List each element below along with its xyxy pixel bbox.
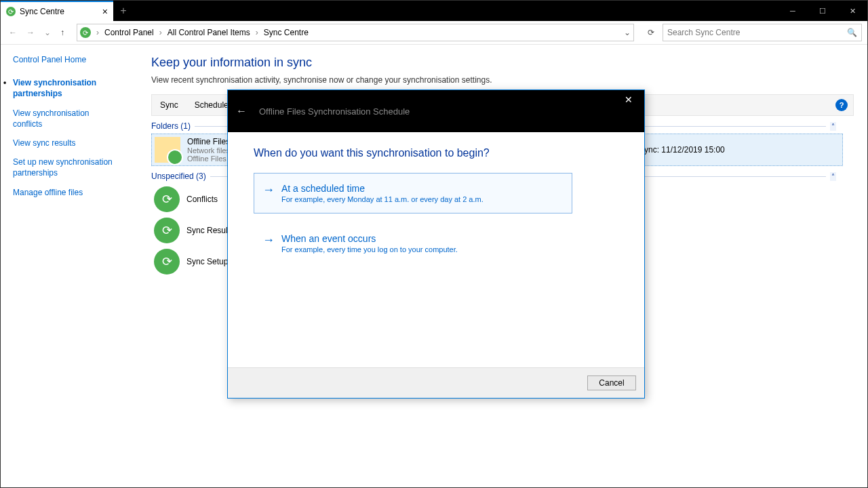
minimize-button[interactable]: ─	[778, 1, 808, 21]
arrow-right-icon: →	[262, 183, 275, 203]
tab-title: Sync Centre	[20, 7, 64, 16]
search-input[interactable]: Search Sync Centre 🔍	[663, 24, 862, 41]
sync-icon: ⟳	[6, 7, 16, 16]
sync-icon: ⟳	[154, 186, 180, 212]
option-scheduled-time[interactable]: → At a scheduled time For example, every…	[254, 173, 572, 214]
dialog-footer: Cancel	[228, 367, 644, 398]
titlebar: ⟳ Sync Centre × + ─ ☐ ✕	[1, 1, 867, 21]
collapse-icon[interactable]: ˄	[830, 122, 836, 131]
sidebar-item-partnerships[interactable]: View synchronisation partnerships	[13, 77, 119, 99]
back-button[interactable]: ←	[6, 26, 20, 39]
address-dropdown-icon[interactable]: ⌄	[624, 28, 631, 37]
schedule-dialog: ← Offline Files Synchronisation Schedule…	[227, 89, 645, 399]
sidebar-item-setup[interactable]: Set up new synchronisation partnerships	[13, 157, 119, 178]
sync-icon: ⟳	[154, 218, 180, 243]
dialog-titlebar: ← Offline Files Synchronisation Schedule…	[228, 90, 644, 132]
chevron-right-icon: ›	[253, 28, 261, 37]
address-bar[interactable]: ⟳ › Control Panel › All Control Panel It…	[77, 24, 634, 41]
up-button[interactable]: ↑	[58, 26, 67, 39]
tab-close-icon[interactable]: ×	[102, 6, 108, 17]
forward-button[interactable]: →	[24, 26, 37, 39]
chevron-right-icon: ›	[157, 28, 165, 37]
maximize-button[interactable]: ☐	[808, 1, 837, 21]
sidebar-item-manage[interactable]: Manage offline files	[13, 187, 119, 198]
sidebar-item-results[interactable]: View sync results	[13, 138, 119, 148]
breadcrumb-item[interactable]: Sync Centre	[264, 28, 309, 37]
toolbar-schedule[interactable]: Schedule	[195, 100, 229, 110]
page-title: Keep your information in sync	[151, 56, 854, 70]
new-tab-button[interactable]: +	[113, 1, 134, 21]
search-placeholder: Search Sync Centre	[667, 28, 740, 37]
folder-sync-icon	[155, 137, 180, 163]
close-button[interactable]: ✕	[837, 1, 867, 21]
navbar: ← → ⌄ ↑ ⟳ › Control Panel › All Control …	[1, 21, 867, 45]
sync-icon: ⟳	[80, 27, 91, 38]
help-icon[interactable]: ?	[835, 99, 848, 111]
sync-icon: ⟳	[154, 249, 180, 274]
breadcrumb-item[interactable]: Control Panel	[104, 28, 154, 37]
dialog-close-button[interactable]: ✕	[613, 90, 644, 109]
arrow-right-icon: →	[262, 233, 275, 253]
window: ⟳ Sync Centre × + ─ ☐ ✕ ← → ⌄ ↑ ⟳ › Cont…	[0, 0, 868, 488]
collapse-icon[interactable]: ˄	[830, 172, 836, 181]
sidebar: Control Panel Home View synchronisation …	[1, 45, 131, 488]
window-tab[interactable]: ⟳ Sync Centre ×	[1, 1, 113, 21]
option-event-occurs[interactable]: → When an event occurs For example, ever…	[254, 223, 618, 264]
sidebar-item-conflicts[interactable]: View synchronisation conflicts	[13, 108, 119, 129]
search-icon: 🔍	[847, 28, 857, 37]
page-subtitle: View recent synchronisation activity, sy…	[151, 75, 854, 85]
dialog-back-button[interactable]: ←	[236, 105, 247, 117]
cancel-button[interactable]: Cancel	[587, 375, 636, 390]
dialog-heading: When do you want this synchronisation to…	[254, 147, 618, 159]
breadcrumb-item[interactable]: All Control Panel Items	[167, 28, 250, 37]
dialog-title: Offline Files Synchronisation Schedule	[259, 106, 410, 117]
refresh-button[interactable]: ⟳	[644, 28, 658, 37]
toolbar-sync[interactable]: Sync	[160, 100, 178, 110]
sidebar-item-home[interactable]: Control Panel Home	[13, 54, 119, 65]
chevron-right-icon: ›	[94, 28, 102, 37]
recent-dropdown[interactable]: ⌄	[41, 26, 54, 39]
